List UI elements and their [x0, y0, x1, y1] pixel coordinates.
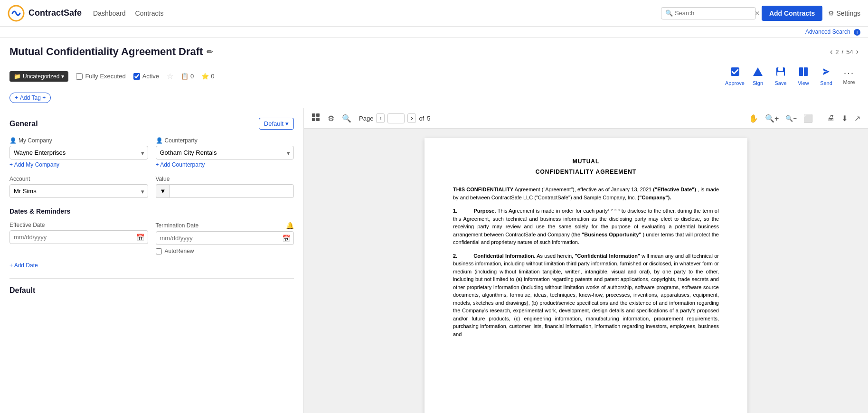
add-counterparty-link[interactable]: + Add Counterparty [156, 161, 294, 168]
zoom-in-button[interactable]: 🔍+ [763, 112, 781, 125]
advanced-search-bar[interactable]: Advanced Search i [0, 27, 868, 38]
save-icon [775, 66, 786, 79]
download-button[interactable]: ⬇ [840, 112, 849, 125]
settings-button[interactable]: ⚙ Settings [828, 9, 860, 17]
copy-icon: 📋 [181, 73, 189, 80]
add-date-link[interactable]: + Add Date [9, 262, 294, 269]
gold-star-icon: ⭐ [201, 73, 209, 80]
value-row: ▼ [156, 184, 294, 198]
autorenew-row: AutoRenew [156, 248, 294, 254]
chevron-down-icon: ▾ [61, 73, 64, 80]
effective-date-calendar-icon[interactable]: 📅 [136, 234, 144, 241]
copies-count: 📋 0 [181, 73, 194, 80]
svg-rect-5 [777, 72, 784, 76]
account-select[interactable]: Mr Sims [9, 184, 148, 198]
add-contracts-button[interactable]: Add Contracts [762, 6, 822, 21]
category-select[interactable]: 📁 Uncategorized ▾ [9, 71, 68, 82]
value-input[interactable] [170, 184, 294, 198]
value-field: Value ▼ [156, 176, 294, 198]
dates-row: Effective Date 📅 Termination Date 🔔 [9, 222, 294, 254]
termination-date-input[interactable] [156, 231, 294, 245]
more-button[interactable]: ··· More [840, 67, 859, 85]
svg-rect-7 [804, 67, 808, 76]
prev-page-button[interactable]: ‹ [376, 113, 385, 123]
star-button[interactable]: ☆ [167, 72, 173, 81]
approve-button[interactable]: Approve [725, 66, 745, 86]
print-button[interactable]: 🖨 [825, 112, 837, 124]
logo: ContractSafe [8, 5, 82, 22]
add-tag-button[interactable]: + Add Tag + [9, 93, 51, 103]
search-pdf-button[interactable]: 🔍 [340, 112, 353, 125]
svg-rect-9 [312, 113, 315, 117]
approve-icon [730, 66, 740, 79]
edit-icon[interactable]: ✏ [207, 47, 213, 56]
person-icon: 👤 [9, 137, 17, 144]
contract-meta-row: 📁 Uncategorized ▾ Fully Executed Active … [9, 63, 859, 90]
counterparty-select-wrapper: Gotham City Rentals [156, 146, 294, 160]
counterparty-select[interactable]: Gotham City Rentals [156, 146, 294, 160]
main-layout: General Default ▾ 👤 My Company Wayne Ent… [0, 108, 868, 413]
termination-date-field: Termination Date 🔔 📅 AutoRenew [156, 222, 294, 254]
next-contract-button[interactable]: › [856, 47, 859, 56]
page-input[interactable]: 1 [387, 113, 405, 123]
default-section: Default [9, 278, 294, 295]
autorenew-checkbox[interactable] [156, 248, 162, 254]
pdf-page: MUTUAL CONFIDENTIALITY AGREEMENT THIS CO… [425, 138, 747, 413]
active-checkbox[interactable]: Active [133, 73, 159, 80]
contract-title: Mutual Confidentiality Agreement Draft ✏ [9, 46, 213, 58]
hand-tool-button[interactable]: ✋ [747, 112, 760, 125]
my-company-select-wrapper: Wayne Enterprises [9, 146, 148, 160]
fully-executed-checkbox[interactable]: Fully Executed [76, 73, 125, 80]
effective-date-wrapper: 📅 [9, 230, 148, 244]
contract-nav: ‹ 2 / 54 › [830, 47, 859, 56]
svg-rect-12 [316, 118, 320, 121]
left-panel: General Default ▾ 👤 My Company Wayne Ent… [0, 108, 304, 413]
counterparty-field: 👤 Counterparty Gotham City Rentals + Add… [156, 137, 294, 168]
logo-icon [8, 5, 25, 22]
currency-button[interactable]: ▼ [156, 184, 170, 198]
pdf-toolbar: ⚙ 🔍 Page ‹ 1 › of 5 ✋ 🔍+ 🔍− ⬜ 🖨 ⬇ ↗ [304, 108, 868, 129]
info-icon: i [854, 29, 860, 36]
open-external-button[interactable]: ↗ [852, 112, 862, 125]
grid-view-button[interactable] [310, 111, 322, 125]
dates-section: Dates & Reminders Effective Date 📅 Termi… [9, 207, 294, 269]
zoom-out-button[interactable]: 🔍− [783, 113, 799, 124]
search-box: 🔍 ✕ [661, 7, 756, 19]
nav-dashboard[interactable]: Dashboard [93, 9, 126, 17]
add-date-row: + Add Date [9, 262, 294, 269]
send-button[interactable]: Send [817, 66, 836, 86]
general-section: General Default ▾ 👤 My Company Wayne Ent… [9, 118, 294, 198]
send-icon [821, 66, 831, 79]
default-button[interactable]: Default ▾ [259, 118, 294, 130]
search-input[interactable] [675, 9, 755, 17]
folder-icon: 📁 [14, 73, 21, 80]
company-counterparty-row: 👤 My Company Wayne Enterprises + Add My … [9, 137, 294, 168]
prev-contract-button[interactable]: ‹ [830, 47, 832, 56]
stars-count: ⭐ 0 [201, 73, 214, 80]
add-my-company-link[interactable]: + Add My Company [9, 161, 148, 168]
save-button[interactable]: Save [771, 66, 790, 86]
pdf-para2: 2. Confidential Information. As used her… [453, 252, 719, 338]
termination-date-calendar-icon[interactable]: 📅 [282, 235, 290, 242]
search-clear-icon[interactable]: ✕ [755, 9, 760, 17]
my-company-select[interactable]: Wayne Enterprises [9, 146, 148, 160]
account-value-row: Account Mr Sims Value ▼ [9, 176, 294, 198]
view-button[interactable]: View [794, 66, 813, 86]
svg-rect-10 [316, 113, 320, 117]
sign-button[interactable]: Sign [748, 66, 767, 86]
next-page-button[interactable]: › [407, 113, 416, 123]
logo-text: ContractSafe [28, 8, 82, 18]
dates-title: Dates & Reminders [9, 207, 294, 215]
bell-icon[interactable]: 🔔 [286, 222, 294, 229]
termination-date-wrapper: 📅 [156, 231, 294, 245]
settings-pdf-button[interactable]: ⚙ [326, 112, 336, 125]
view-icon [798, 66, 809, 79]
pdf-content: MUTUAL CONFIDENTIALITY AGREEMENT THIS CO… [304, 129, 868, 413]
effective-date-input[interactable] [9, 230, 148, 244]
page-nav: Page ‹ 1 › of 5 [359, 113, 430, 123]
right-panel: ⚙ 🔍 Page ‹ 1 › of 5 ✋ 🔍+ 🔍− ⬜ 🖨 ⬇ ↗ [304, 108, 868, 413]
fit-page-button[interactable]: ⬜ [802, 112, 815, 125]
nav-contracts[interactable]: Contracts [135, 9, 164, 17]
action-buttons: Approve Sign Save View [725, 66, 859, 86]
effective-date-field: Effective Date 📅 [9, 222, 148, 254]
